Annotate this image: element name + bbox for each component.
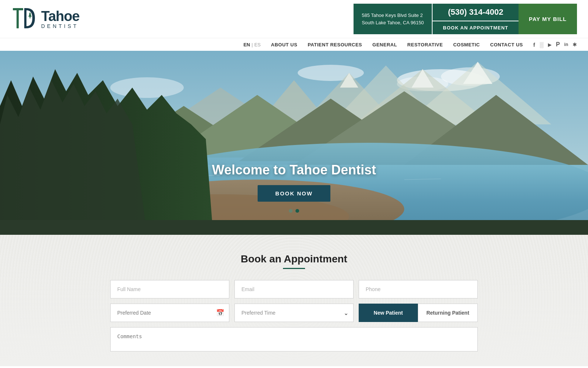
svg-point-10 [110, 77, 184, 98]
lang-en[interactable]: EN [243, 42, 250, 47]
social-icons: f ░ ▶ P in ✱ [533, 41, 577, 48]
preferred-time-wrapper: Preferred Time Morning Afternoon Evening… [234, 304, 354, 322]
address-block: 585 Tahoe Keys Blvd Suite 2 South Lake T… [354, 4, 432, 34]
full-name-input[interactable] [110, 280, 229, 298]
svg-marker-4 [28, 12, 32, 18]
nav-bar: EN | ES ABOUT US PATIENT RESOURCES GENER… [0, 38, 588, 51]
logo-svg-icon [11, 6, 37, 32]
facebook-icon[interactable]: f [533, 42, 535, 48]
pay-my-bill-button[interactable]: PAY MY BILL [519, 4, 577, 34]
svg-rect-3 [24, 8, 26, 28]
returning-patient-button[interactable]: Returning Patient [418, 304, 478, 322]
preferred-time-select[interactable]: Preferred Time Morning Afternoon Evening [234, 304, 354, 322]
svg-rect-34 [0, 220, 588, 235]
booking-title: Book an Appointment [241, 253, 347, 265]
form-row-2: 📅 Preferred Time Morning Afternoon Eveni… [110, 304, 478, 322]
linkedin-icon[interactable]: in [564, 42, 568, 47]
instagram-icon[interactable]: ░ [539, 42, 544, 48]
header-right: 585 Tahoe Keys Blvd Suite 2 South Lake T… [354, 4, 577, 34]
booking-underline [283, 268, 305, 269]
booking-section: Book an Appointment 📅 Preferred Time Mor… [0, 235, 588, 366]
lang-separator: | [252, 42, 253, 47]
address-line1: 585 Tahoe Keys Blvd Suite 2 [362, 12, 424, 19]
language-switcher: EN | ES [243, 42, 261, 47]
nav-patient-resources[interactable]: PATIENT RESOURCES [308, 42, 362, 47]
youtube-icon[interactable]: ▶ [548, 42, 552, 47]
phone-book-block: (530) 314-4002 BOOK AN APPOINTMENT [432, 4, 519, 34]
comments-textarea[interactable] [110, 327, 478, 351]
nav-about-us[interactable]: ABOUT US [271, 42, 297, 47]
logo-text: Tahoe DENTIST [41, 9, 79, 29]
yelp-icon[interactable]: ✱ [573, 42, 577, 47]
nav-contact-us[interactable]: CONTACT US [490, 42, 523, 47]
pinterest-icon[interactable]: P [556, 41, 560, 48]
nav-restorative[interactable]: RESTORATIVE [407, 42, 443, 47]
hero-title: Welcome to Tahoe Dentist [212, 162, 376, 178]
logo-area: Tahoe DENTIST [11, 6, 79, 32]
booking-form: 📅 Preferred Time Morning Afternoon Eveni… [110, 280, 478, 351]
nav-cosmetic[interactable]: COSMETIC [453, 42, 480, 47]
book-appointment-button[interactable]: BOOK AN APPOINTMENT [432, 21, 519, 34]
form-row-1 [110, 280, 478, 298]
patient-type-toggle: New Patient Returning Patient [359, 304, 478, 322]
hero-book-now-button[interactable]: BOOK NOW [258, 185, 330, 202]
phone-button[interactable]: (530) 314-4002 [432, 4, 519, 21]
hero-overlay: Welcome to Tahoe Dentist BOOK NOW [0, 162, 588, 213]
hero-section: Welcome to Tahoe Dentist BOOK NOW [0, 51, 588, 235]
phone-input[interactable] [359, 280, 478, 298]
header-top: Tahoe DENTIST 585 Tahoe Keys Blvd Suite … [0, 0, 588, 38]
svg-rect-2 [17, 8, 19, 28]
nav-general[interactable]: GENERAL [372, 42, 397, 47]
form-row-3 [110, 327, 478, 351]
preferred-date-input[interactable] [110, 304, 229, 322]
logo-dentist: DENTIST [41, 23, 79, 29]
preferred-date-wrapper: 📅 [110, 304, 229, 322]
hero-dot-2[interactable] [295, 209, 299, 213]
new-patient-button[interactable]: New Patient [359, 304, 418, 322]
address-line2: South Lake Tahoe, CA 96150 [362, 19, 424, 26]
header: Tahoe DENTIST 585 Tahoe Keys Blvd Suite … [0, 0, 588, 51]
hero-carousel-dots [289, 209, 299, 213]
logo-tahoe: Tahoe [41, 9, 79, 23]
nav-links: ABOUT US PATIENT RESOURCES GENERAL RESTO… [271, 42, 523, 47]
email-input[interactable] [234, 280, 354, 298]
hero-dot-1[interactable] [289, 209, 293, 213]
lang-es[interactable]: ES [254, 42, 261, 47]
